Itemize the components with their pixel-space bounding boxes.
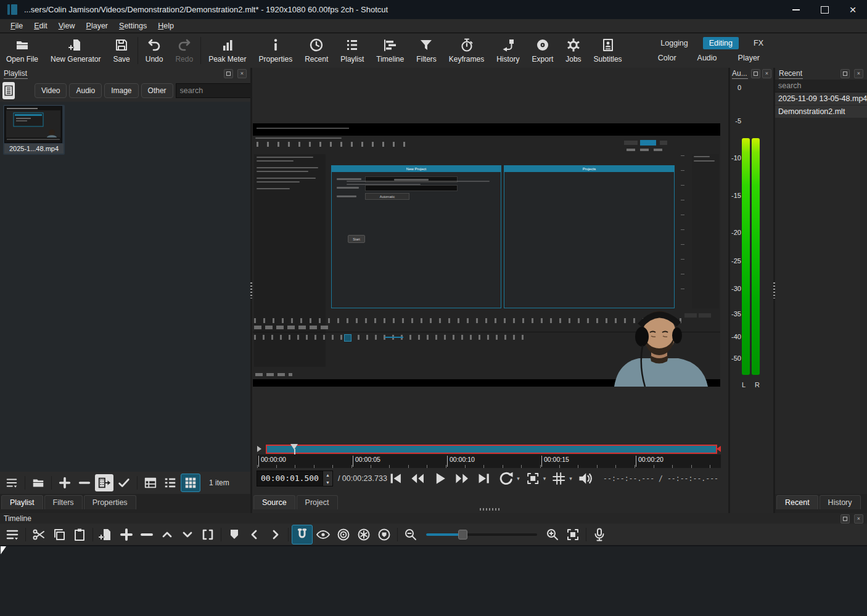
recent-float-button[interactable]: [840, 69, 850, 78]
tab-playlist[interactable]: Playlist: [1, 495, 43, 509]
playlist-close-button[interactable]: ×: [237, 69, 247, 78]
lift-button[interactable]: [157, 525, 177, 544]
scrub-while-dragging-toggle[interactable]: [313, 525, 333, 544]
view-details-button[interactable]: [141, 474, 160, 491]
zoom-caret-icon[interactable]: ▾: [543, 475, 546, 482]
audio-float-button[interactable]: [751, 69, 760, 78]
tab-history[interactable]: History: [820, 495, 861, 509]
keyframes-button[interactable]: Keyframes: [443, 33, 490, 68]
timeline-playhead[interactable]: [1, 546, 6, 554]
menu-player[interactable]: Player: [81, 20, 113, 31]
append-button[interactable]: [96, 525, 116, 544]
play-button[interactable]: [430, 470, 449, 487]
loop-button[interactable]: [497, 470, 516, 487]
close-button[interactable]: ×: [839, 0, 867, 19]
paste-button[interactable]: [70, 525, 89, 544]
timeline-float-button[interactable]: [840, 514, 850, 524]
minimize-button[interactable]: [782, 0, 810, 19]
menu-settings[interactable]: Settings: [113, 20, 152, 31]
timeline-button[interactable]: Timeline: [370, 33, 410, 68]
filter-video-button[interactable]: Video: [35, 83, 67, 98]
skip-previous-button[interactable]: [386, 470, 405, 487]
tab-properties[interactable]: Properties: [84, 495, 136, 509]
spin-down-icon[interactable]: ▼: [323, 478, 332, 486]
zoom-slider-handle[interactable]: [458, 530, 467, 540]
zoom-fit-button[interactable]: [524, 470, 542, 487]
overwrite-button[interactable]: [178, 525, 197, 544]
overwrite-add-button[interactable]: [117, 525, 136, 544]
record-audio-button[interactable]: [590, 525, 609, 544]
workspace-logging[interactable]: Logging: [654, 37, 694, 49]
workspace-color[interactable]: Color: [652, 52, 683, 64]
properties-button[interactable]: Properties: [253, 33, 299, 68]
ripple-markers-toggle[interactable]: [374, 525, 394, 544]
tab-project[interactable]: Project: [297, 495, 338, 509]
filter-other-button[interactable]: Other: [141, 83, 173, 98]
snap-toggle[interactable]: [292, 525, 313, 544]
subtitles-button[interactable]: Subtitles: [588, 33, 628, 68]
timeline-zoom-slider[interactable]: [426, 530, 537, 540]
timeline-track-area[interactable]: [0, 545, 867, 616]
playlist-open-button[interactable]: [29, 474, 47, 491]
volume-button[interactable]: [576, 470, 594, 487]
loop-caret-icon[interactable]: ▾: [517, 475, 520, 482]
grid-caret-icon[interactable]: ▾: [569, 475, 572, 482]
player-resize-handle[interactable]: [480, 508, 501, 511]
redo-button[interactable]: Redo: [169, 33, 199, 68]
trim-in-handle[interactable]: [257, 446, 261, 452]
filter-image-button[interactable]: Image: [104, 83, 138, 98]
timecode-spin-buttons[interactable]: ▲ ▼: [323, 471, 332, 486]
recent-close-button[interactable]: ×: [854, 69, 863, 78]
spin-up-icon[interactable]: ▲: [323, 471, 332, 478]
undo-button[interactable]: Undo: [139, 33, 170, 68]
timeline-zoom-out-button[interactable]: [401, 525, 421, 544]
recent-item[interactable]: Demonstration2.mlt: [775, 105, 867, 118]
peak-meter-button[interactable]: Peak Meter: [202, 33, 252, 68]
previous-marker-button[interactable]: [245, 525, 265, 544]
selection-bar[interactable]: [266, 445, 717, 454]
menu-help[interactable]: Help: [152, 20, 179, 31]
tab-source[interactable]: Source: [253, 495, 295, 509]
playlist-update-thumbnails-button[interactable]: [115, 474, 133, 491]
ripple-delete-button[interactable]: [137, 525, 157, 544]
timeline-zoom-fit-button[interactable]: [563, 525, 583, 544]
recent-item[interactable]: 2025-11-09 13-05-48.mp4: [775, 92, 867, 105]
save-button[interactable]: Save: [107, 33, 136, 68]
time-ruler[interactable]: 00:00:00 00:00:05 00:00:10 00:00:15 00:0…: [257, 454, 721, 468]
filters-button[interactable]: Filters: [410, 33, 443, 68]
timeline-close-button[interactable]: ×: [854, 514, 863, 524]
playlist-button[interactable]: Playlist: [334, 33, 370, 68]
open-file-button[interactable]: Open File: [0, 33, 44, 68]
tab-recent[interactable]: Recent: [776, 495, 818, 509]
marker-button[interactable]: [224, 525, 244, 544]
workspace-fx[interactable]: FX: [747, 37, 770, 49]
rewind-button[interactable]: [408, 470, 427, 487]
workspace-editing[interactable]: Editing: [703, 37, 739, 49]
cut-button[interactable]: [29, 525, 49, 544]
playlist-update-button[interactable]: [95, 474, 113, 491]
history-button[interactable]: History: [490, 33, 525, 68]
menu-view[interactable]: View: [53, 20, 81, 31]
recent-search-input[interactable]: [775, 80, 867, 92]
menu-file[interactable]: File: [5, 20, 28, 31]
next-marker-button[interactable]: [265, 525, 285, 544]
copy-button[interactable]: [49, 525, 69, 544]
new-generator-button[interactable]: New Generator: [44, 33, 107, 68]
workspace-player[interactable]: Player: [732, 52, 766, 64]
grid-button[interactable]: [549, 470, 568, 487]
playlist-item[interactable]: 2025-1...48.mp4: [3, 105, 65, 155]
view-tiles-button[interactable]: [161, 474, 179, 491]
fast-forward-button[interactable]: [453, 470, 471, 487]
split-button[interactable]: [198, 525, 218, 544]
timeline-menu-button[interactable]: [2, 525, 22, 544]
workspace-audio[interactable]: Audio: [691, 52, 723, 64]
playlist-details-toggle[interactable]: [2, 82, 15, 99]
skip-next-button[interactable]: [475, 470, 493, 487]
filter-audio-button[interactable]: Audio: [69, 83, 102, 98]
playhead[interactable]: [290, 444, 298, 454]
export-button[interactable]: Export: [526, 33, 560, 68]
playlist-remove-button[interactable]: [75, 474, 94, 491]
tab-filters[interactable]: Filters: [44, 495, 83, 509]
view-icons-button[interactable]: [181, 474, 200, 492]
audio-close-button[interactable]: ×: [762, 69, 771, 78]
